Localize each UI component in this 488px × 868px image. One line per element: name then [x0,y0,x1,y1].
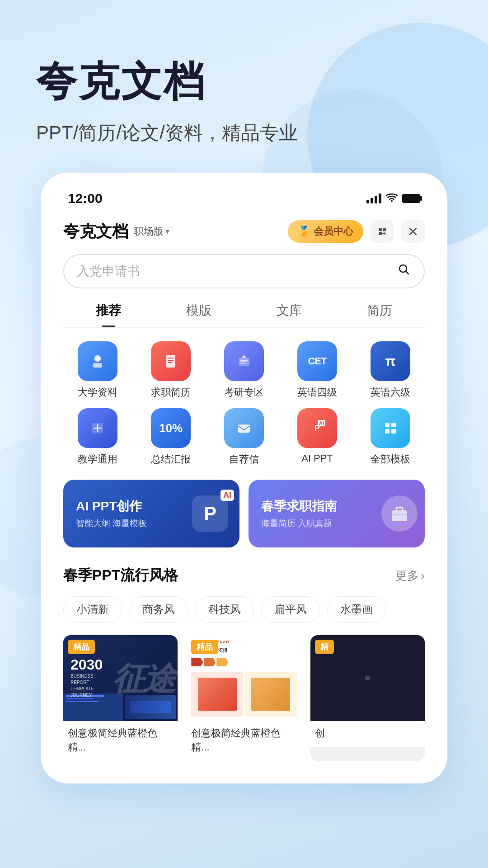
svg-rect-2 [383,228,386,231]
add-icon [377,226,388,237]
search-bar[interactable]: 入党申请书 [63,254,425,288]
svg-rect-15 [238,425,250,433]
svg-rect-18 [385,429,389,434]
vip-label: 会员中心 [314,225,353,238]
tab-template[interactable]: 模版 [154,302,244,327]
phone-mockup: 12:00 [41,173,447,783]
hero-subtitle: PPT/简历/论文/资料，精品专业 [36,120,452,146]
trending-title: 春季PPT流行风格 [63,566,178,585]
icon-cet6[interactable]: π 英语六级 [356,341,425,399]
search-icon [397,262,411,280]
close-button[interactable] [401,220,425,243]
banner-ai-ppt[interactable]: AI PPT创作 智能大纲 海量模板 P AI [63,480,239,547]
svg-rect-7 [166,355,175,368]
section-header-trending: 春季PPT流行风格 更多 › [63,566,425,585]
hero-title: 夸克文档 [36,54,452,109]
svg-rect-11 [239,358,249,366]
template-name-2: 创意极简经典蓝橙色精... [187,721,301,761]
tab-bar: 推荐 模版 文库 简历 [63,302,425,328]
icon-jianzhi[interactable]: 求职简历 [136,341,205,399]
svg-rect-9 [168,360,174,361]
svg-rect-6 [93,363,102,368]
app-brand: 夸克文档 职场版 ▾ [63,221,169,243]
icon-grid: 大学资料 求职简历 考研专区 CET 英语四级 [63,341,425,466]
svg-rect-12 [240,360,248,362]
crown-icon: 🏅 [298,226,310,237]
icon-jiaoxue[interactable]: 教学通用 [63,408,132,466]
template-name-3: 创 [310,721,425,747]
svg-rect-17 [391,423,396,427]
template-card-1[interactable]: 2030 BUSINESSREPORTTEMPLATEJOURNEY 征途 [63,635,178,761]
app-header: 夸克文档 职场版 ▾ 🏅 会员中心 [63,220,425,243]
banner-ai-subtitle: 智能大纲 海量模板 [76,518,147,529]
template-card-3[interactable]: ■ 精 创 [310,635,425,761]
svg-point-5 [94,355,101,362]
status-time: 12:00 [68,191,103,206]
hero-section: 夸克文档 PPT/简历/论文/资料，精品专业 [0,0,488,173]
svg-rect-19 [391,429,396,434]
tag-shangwu[interactable]: 商务风 [129,596,188,623]
svg-rect-13 [240,363,245,364]
svg-rect-16 [385,423,389,427]
briefcase-icon [388,502,411,525]
template-card-2[interactable]: BUSINESS PLAN 时尚工作总结汇报 [187,635,301,761]
tab-resume[interactable]: 简历 [334,302,425,327]
vip-button[interactable]: 🏅 会员中心 [288,220,363,243]
edition-tag[interactable]: 职场版 ▾ [134,225,169,238]
banner-job-title: 春季求职指南 [261,498,337,515]
header-actions: 🏅 会员中心 [288,220,425,243]
icon-zongjie[interactable]: 10% 总结汇报 [136,408,205,466]
premium-badge-2: 精品 [191,640,218,654]
svg-point-0 [391,200,393,202]
battery-icon [402,194,420,203]
banner-row: AI PPT创作 智能大纲 海量模板 P AI 春季求职指南 海量简历 入职真题 [63,480,425,547]
more-link[interactable]: 更多 › [395,568,425,584]
signal-icon [366,193,381,203]
chevron-right-icon: › [421,569,425,583]
svg-rect-3 [379,232,382,235]
icon-cet4[interactable]: CET 英语四级 [283,341,352,399]
phone-wrapper: 12:00 [0,173,488,783]
svg-rect-1 [379,228,382,231]
edition-arrow-icon: ▾ [165,226,169,236]
premium-badge-3: 精 [315,640,334,654]
wifi-icon [386,193,398,204]
banner-job-guide[interactable]: 春季求职指南 海量简历 入职真题 [249,480,425,547]
icon-daxue[interactable]: 大学资料 [63,341,132,399]
icon-aippt[interactable]: AIP AI PPT [283,408,352,466]
tab-library[interactable]: 文库 [244,302,334,327]
premium-badge-1: 精品 [68,640,95,654]
icon-kaoyan[interactable]: 考研专区 [210,341,278,399]
tag-shuimo[interactable]: 水墨画 [327,596,386,623]
tag-xiaoqingxin[interactable]: 小清新 [63,596,122,623]
icon-zitui[interactable]: 自荐信 [210,408,278,466]
svg-rect-10 [168,362,172,363]
tag-bianping[interactable]: 扁平风 [261,596,320,623]
add-button[interactable] [371,220,394,243]
icon-all[interactable]: 全部模板 [356,408,425,466]
banner-job-subtitle: 海量简历 入职真题 [261,518,337,529]
svg-rect-8 [168,358,174,359]
svg-rect-20 [392,510,407,521]
tag-keji[interactable]: 科技风 [195,596,254,623]
app-name: 夸克文档 [63,221,128,243]
search-placeholder: 入党申请书 [77,263,389,280]
template-name-1: 创意极简经典蓝橙色精... [63,721,178,761]
style-tags: 小清新 商务风 科技风 扁平风 水墨画 [63,596,425,623]
status-bar: 12:00 [63,191,425,206]
close-icon [408,226,418,236]
tab-recommend[interactable]: 推荐 [63,302,154,327]
banner-ai-title: AI PPT创作 [76,498,147,515]
status-icons [366,193,420,204]
template-grid: 2030 BUSINESSREPORTTEMPLATEJOURNEY 征途 [63,635,425,761]
